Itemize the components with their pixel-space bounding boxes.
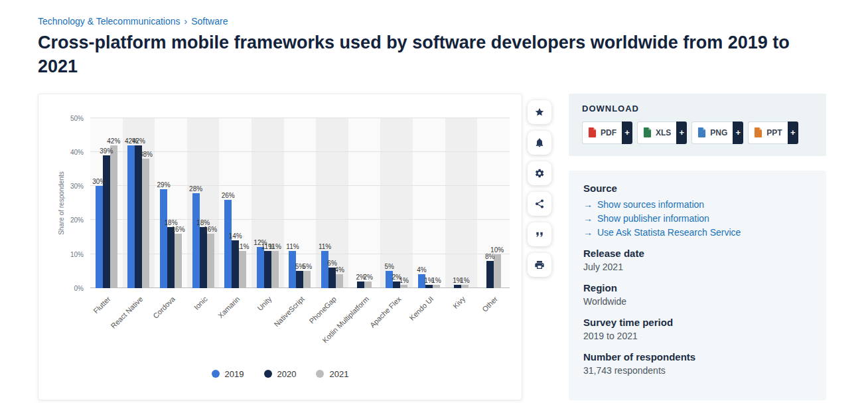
download-ppt-plus-button[interactable]: + bbox=[788, 121, 798, 144]
bar-2019-ionic[interactable]: 28% bbox=[192, 193, 200, 288]
file-ppt-icon bbox=[754, 127, 762, 137]
bar-2020-other[interactable]: 8% bbox=[486, 261, 494, 288]
bar-2021-kotlin-multiplatform[interactable]: 2% bbox=[364, 282, 372, 288]
cite-button[interactable] bbox=[528, 222, 551, 246]
bar-2019-xamarin[interactable]: 26% bbox=[224, 200, 232, 288]
bar-value-label: 42% bbox=[107, 137, 120, 145]
source-links: →Show sources information→Show publisher… bbox=[583, 199, 812, 238]
source-link-show-sources-information[interactable]: →Show sources information bbox=[583, 199, 812, 210]
plot-area: 0%10%20%30%40%50% 30%39%42%42%42%38%29%1… bbox=[90, 118, 510, 288]
bar-2020-react-native[interactable]: 42% bbox=[135, 145, 142, 288]
x-axis-label: Ionic bbox=[192, 295, 209, 311]
share-button[interactable] bbox=[528, 192, 551, 216]
bar-group-kendo-ui: 4%1%1% bbox=[413, 118, 445, 288]
bar-group-phonegap: 11%6%4% bbox=[316, 118, 348, 288]
bar-2021-unity[interactable]: 11% bbox=[271, 251, 279, 288]
bar-2019-flutter[interactable]: 30% bbox=[96, 186, 103, 288]
bar-value-label: 14% bbox=[229, 232, 242, 240]
x-axis-label: Flutter bbox=[92, 295, 112, 315]
legend-dot bbox=[264, 370, 272, 378]
breadcrumb-category-link[interactable]: Technology & Telecommunications bbox=[38, 16, 181, 27]
x-axis: FlutterReact NativeCordovaIonicXamarinUn… bbox=[90, 288, 510, 355]
bar-2020-kendo-ui[interactable]: 1% bbox=[425, 285, 433, 288]
legend-label: 2019 bbox=[225, 369, 244, 379]
star-icon bbox=[534, 107, 545, 118]
bar-2020-kivy[interactable]: 1% bbox=[454, 285, 461, 288]
breadcrumb: Technology & Telecommunications›Software bbox=[38, 16, 868, 27]
bar-2021-flutter[interactable]: 42% bbox=[110, 145, 117, 288]
bar-2019-phonegap[interactable]: 11% bbox=[321, 251, 328, 288]
bar-value-label: 16% bbox=[172, 226, 185, 234]
download-buttons-row: PDF+XLS+PNG+PPT+ bbox=[582, 121, 813, 144]
bar-2020-ionic[interactable]: 18% bbox=[200, 227, 207, 288]
bar-value-label: 28% bbox=[189, 185, 202, 193]
source-link-show-publisher-information[interactable]: →Show publisher information bbox=[583, 213, 812, 224]
bar-group-other: 8%10% bbox=[477, 118, 510, 288]
arrow-icon: → bbox=[583, 213, 593, 224]
notifications-button[interactable] bbox=[528, 131, 551, 155]
bar-2020-flutter[interactable]: 39% bbox=[103, 155, 110, 288]
source-link-label: Use Ask Statista Research Service bbox=[597, 227, 741, 238]
detail-section-region: RegionWorldwide bbox=[583, 282, 812, 307]
bar-2021-react-native[interactable]: 38% bbox=[142, 159, 149, 288]
bar-2021-kivy[interactable]: 1% bbox=[461, 285, 469, 288]
download-png-plus-button[interactable]: + bbox=[733, 121, 743, 144]
bar-value-label: 4% bbox=[417, 266, 426, 274]
detail-value: 31,743 respondents bbox=[583, 365, 812, 376]
download-png-button[interactable]: PNG bbox=[691, 121, 733, 144]
download-ppt-button[interactable]: PPT bbox=[748, 121, 787, 144]
detail-label: Survey time period bbox=[583, 317, 812, 328]
bar-2020-kotlin-multiplatform[interactable]: 2% bbox=[357, 282, 364, 288]
download-group-pdf: PDF+ bbox=[582, 121, 632, 144]
bar-2021-phonegap[interactable]: 4% bbox=[336, 274, 343, 287]
print-button[interactable] bbox=[528, 253, 551, 277]
x-axis-tick: Other bbox=[477, 288, 510, 355]
content: Share of respondents 0%10%20%30%40%50% 3… bbox=[38, 94, 868, 400]
right-panel: DOWNLOAD PDF+XLS+PNG+PPT+ Source →Show s… bbox=[569, 94, 826, 400]
bar-value-label: 26% bbox=[222, 192, 235, 200]
bar-value-label: 42% bbox=[132, 137, 145, 145]
download-pdf-button[interactable]: PDF bbox=[582, 121, 622, 144]
arrow-icon: → bbox=[583, 227, 593, 238]
bar-value-label: 10% bbox=[490, 246, 504, 254]
chart-card: Share of respondents 0%10%20%30%40%50% 3… bbox=[38, 94, 522, 400]
favorite-button[interactable] bbox=[528, 100, 551, 124]
settings-button[interactable] bbox=[528, 161, 551, 185]
source-link-label: Show sources information bbox=[597, 199, 704, 210]
download-xls-plus-button[interactable]: + bbox=[676, 121, 687, 144]
bar-2021-ionic[interactable]: 16% bbox=[207, 234, 214, 288]
bar-value-label: 11% bbox=[286, 243, 299, 251]
bar-2019-unity[interactable]: 12% bbox=[257, 247, 264, 287]
bar-2020-nativescript[interactable]: 5% bbox=[296, 271, 303, 288]
breadcrumb-subcategory-link[interactable]: Software bbox=[191, 16, 228, 27]
x-axis-tick: Kivy bbox=[445, 288, 478, 355]
bar-2021-nativescript[interactable]: 5% bbox=[303, 271, 311, 288]
bar-value-label: 4% bbox=[334, 266, 344, 274]
bar-value-label: 16% bbox=[204, 226, 217, 234]
bar-2020-unity[interactable]: 11% bbox=[264, 251, 271, 288]
y-axis: Share of respondents bbox=[38, 118, 90, 288]
page-title: Cross-platform mobile frameworks used by… bbox=[38, 31, 808, 79]
bar-2021-cordova[interactable]: 16% bbox=[175, 234, 182, 288]
bar-value-label: 1% bbox=[431, 277, 441, 285]
legend-item-2021: 2021 bbox=[316, 369, 348, 379]
detail-value: July 2021 bbox=[583, 262, 812, 272]
detail-value: 2019 to 2021 bbox=[583, 331, 812, 341]
x-axis-label: Unity bbox=[256, 295, 273, 312]
legend-label: 2021 bbox=[329, 369, 348, 379]
download-pdf-plus-button[interactable]: + bbox=[622, 121, 632, 144]
download-xls-button[interactable]: XLS bbox=[637, 121, 676, 144]
bar-2021-xamarin[interactable]: 11% bbox=[239, 251, 246, 288]
bar-2019-cordova[interactable]: 29% bbox=[160, 189, 167, 287]
source-link-use-ask-statista-research-service[interactable]: →Use Ask Statista Research Service bbox=[583, 227, 812, 238]
bar-2021-apache-flex[interactable]: 1% bbox=[400, 285, 407, 288]
bar-group-react-native: 42%42%38% bbox=[123, 118, 155, 288]
bar-2019-react-native[interactable]: 42% bbox=[127, 145, 135, 288]
download-format-label: PDF bbox=[601, 128, 616, 137]
bar-group-flutter: 30%39%42% bbox=[90, 118, 123, 288]
bar-2020-cordova[interactable]: 18% bbox=[167, 227, 175, 288]
legend-item-2019: 2019 bbox=[212, 369, 244, 379]
bar-2021-kendo-ui[interactable]: 1% bbox=[433, 285, 440, 288]
download-header: DOWNLOAD bbox=[582, 104, 813, 114]
chart-body: Share of respondents 0%10%20%30%40%50% 3… bbox=[38, 118, 522, 288]
